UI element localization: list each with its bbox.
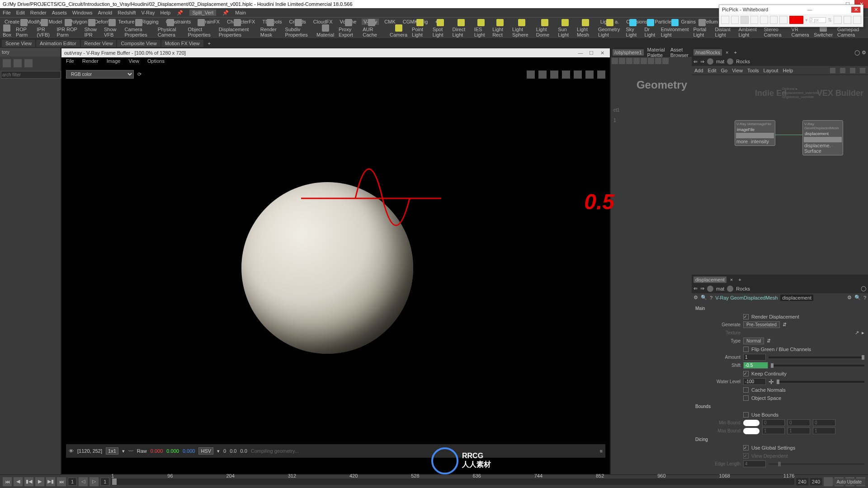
picpick-window[interactable]: PicPick - Whiteboard — ✕ ▾ ⇅ [719,5,863,27]
back-icon[interactable]: ⇐ [693,59,698,65]
save-icon[interactable] [844,16,852,24]
vfb-options[interactable]: Options [147,58,165,64]
play-rev-button[interactable]: ▮◀ [24,477,33,486]
mid-icon[interactable] [648,58,654,64]
tl-icon[interactable] [824,477,833,486]
tool-dispprops[interactable]: Displacement Properties [219,19,256,38]
menu-redshift[interactable]: Redshift [118,10,136,15]
mid-icon[interactable] [655,58,661,64]
tool-skylight[interactable]: Sky Light [626,19,640,38]
tool-sunlight[interactable]: Sun Light [558,19,572,38]
save-icon[interactable] [527,70,535,79]
fwd-icon[interactable]: ⇒ [700,286,704,291]
chevron-down-icon[interactable]: ▾ [122,448,125,454]
network-editor[interactable]: Indie Ed VEX Builder Options ▸displaceme… [692,75,868,275]
chk-flip[interactable] [743,347,749,352]
tool-lightsphere[interactable]: Light Sphere [512,19,532,38]
menu-windows[interactable]: Windows [72,10,93,15]
tool-spotlight[interactable]: Spot Light [433,19,448,38]
desktop-main[interactable]: Main [235,10,246,15]
menu-vray[interactable]: V-Ray [142,10,155,15]
param-tab-add[interactable]: + [736,277,743,283]
tool-material[interactable]: Material [316,24,334,38]
tab-renderview[interactable]: Render View [81,40,117,47]
jump-icon[interactable]: ↗ [855,330,859,336]
tool-aurcache[interactable]: AUR Cache [363,19,381,38]
node-displacement[interactable]: V-Ray GeomDisplacedMesh displacement dis… [802,120,843,155]
menu-render[interactable]: Render [30,10,47,15]
gear-icon[interactable] [585,70,594,79]
channel-select[interactable]: RGB color [66,70,134,79]
brush-icon[interactable]: 〰 [128,448,133,454]
vfb-view[interactable]: View [128,58,139,64]
mid-icon[interactable] [662,58,669,64]
gear-icon[interactable]: ⚙ [847,295,852,300]
nmenu-go[interactable]: Go [721,68,728,73]
node-icon[interactable] [707,58,713,65]
mid-icon[interactable] [612,58,618,64]
prev-frame-button[interactable]: ◀ [14,477,23,486]
cursor-icon[interactable] [721,16,729,24]
vfb-file[interactable]: File [66,58,74,64]
net-icon[interactable] [860,68,865,73]
tool-geolight[interactable]: Geometry Light [598,19,621,38]
chevron-down-icon[interactable]: ▾ [805,17,808,23]
vfb-minimize[interactable]: — [576,49,585,57]
vfb-maximize[interactable]: ☐ [586,49,596,57]
tool-camprops[interactable]: Camera Properties [125,19,153,38]
last-frame-button[interactable]: ⏭ [57,477,66,486]
menu-icon[interactable]: ≡ [600,448,603,454]
lock-icon[interactable] [743,428,760,434]
menu-arnold[interactable]: Arnold [98,10,112,15]
vfb-render[interactable]: Render [82,58,99,64]
desktop-split[interactable]: Split_Vert [189,9,216,16]
nmenu-edit[interactable]: Edit [708,68,717,73]
gear-icon[interactable]: ⚙ [693,295,698,300]
chk-viewdep[interactable] [743,453,749,459]
param-tab[interactable]: displacement [693,277,726,283]
chevron-updown-icon[interactable]: ⇵ [767,338,771,344]
net-icon[interactable] [840,68,845,73]
help-icon[interactable]: ? [710,295,712,300]
end-frame[interactable]: 240 [796,478,808,485]
tool-box[interactable]: Box [3,24,11,38]
tool-envlight[interactable]: Environment Light [661,19,689,38]
tool-showvfb[interactable]: Show VFB [104,19,120,38]
eyedropper-icon[interactable]: 👁 [69,448,74,454]
start-frame[interactable]: 1 [100,478,109,486]
nmenu-layout[interactable]: Layout [764,68,778,73]
node-icon[interactable] [727,58,733,65]
step-back-button[interactable]: ◁ [79,477,88,486]
undo-icon[interactable] [834,16,842,24]
link-icon[interactable] [574,70,582,79]
mid-icon[interactable] [633,58,640,64]
colorspace-select[interactable]: HSV [198,447,213,455]
slider-shift[interactable] [771,365,864,366]
rect-icon[interactable] [770,16,778,24]
end-frame2[interactable]: 240 [810,478,822,485]
tab-motionfx[interactable]: Motion FX View [161,40,203,47]
tool-ieslight[interactable]: IES Light [474,19,488,38]
node-name[interactable]: displacement [780,295,813,301]
tool-rendermask[interactable]: Render Mask [260,19,281,38]
tool-directlight[interactable]: Direct Light [453,19,470,38]
shelf-cloudfx[interactable]: CloudFX [311,19,335,25]
erase-icon[interactable] [853,16,861,24]
list-icon[interactable] [14,59,22,67]
chk-renderdisp[interactable] [743,314,749,319]
tab-matrocks[interactable]: /mat/Rocks [693,49,722,56]
stroke-size[interactable] [810,17,826,23]
slider-water[interactable] [777,381,864,383]
tab-animeditor[interactable]: Animation Editor [36,40,80,47]
tab-add[interactable]: + [732,49,738,56]
net-icon[interactable] [830,68,835,73]
tab-add[interactable]: + [204,40,214,47]
mid-icon[interactable] [641,58,647,64]
step-fwd-button[interactable]: ▷ [90,477,99,486]
chk-global[interactable] [743,445,749,450]
tool-objprops[interactable]: Object Properties [188,19,214,38]
node-icon[interactable] [707,286,713,292]
tool-camera[interactable]: Camera [390,24,407,38]
tool-proxy[interactable]: Proxy Export [339,19,358,38]
nmenu-add[interactable]: Add [694,68,703,73]
